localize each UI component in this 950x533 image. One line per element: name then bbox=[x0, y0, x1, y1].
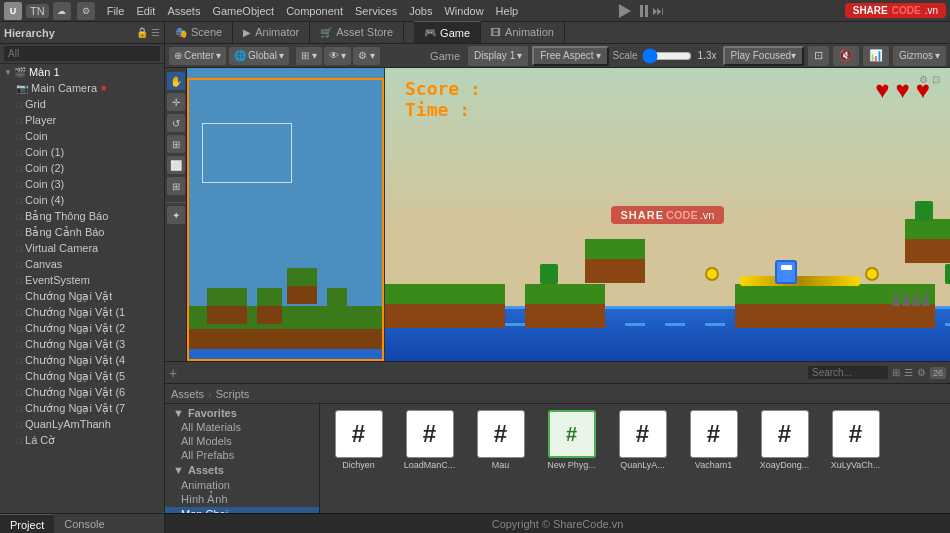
menu-jobs[interactable]: Jobs bbox=[409, 5, 432, 17]
menu-component[interactable]: Component bbox=[286, 5, 343, 17]
scene-view-thumbnail[interactable]: ✋ ✛ ↺ ⊞ ⬜ ⊞ ✦ bbox=[165, 68, 385, 361]
asset-dichyen[interactable]: # Dichyen bbox=[326, 410, 391, 507]
game-view[interactable]: Score : Time : ♥ ♥ ♥ bbox=[385, 68, 950, 361]
add-asset-btn[interactable]: + bbox=[169, 365, 177, 381]
play-button[interactable] bbox=[614, 0, 636, 22]
tab-asset-store[interactable]: 🛒 Asset Store bbox=[310, 21, 404, 43]
asset-loadmanc[interactable]: # LoadManC... bbox=[397, 410, 462, 507]
settings-icon[interactable]: ⚙ bbox=[77, 2, 95, 20]
move-tool[interactable]: ✛ bbox=[167, 93, 185, 111]
menu-services[interactable]: Services bbox=[355, 5, 397, 17]
rect-tool[interactable]: ⬜ bbox=[167, 156, 185, 174]
hierarchy-item-chuong-ngai-vat-5[interactable]: □ Chướng Ngại Vật (5 bbox=[0, 368, 164, 384]
copyright-footer: Copyright © ShareCode.vn bbox=[165, 513, 950, 533]
step-button[interactable]: ⏭ bbox=[652, 4, 664, 18]
hierarchy-item-main-camera[interactable]: 📷 Main Camera ■ bbox=[0, 80, 164, 96]
tab-animation[interactable]: 🎞 Animation bbox=[481, 21, 565, 43]
free-aspect-dropdown[interactable]: Free Aspect ▾ bbox=[532, 46, 608, 66]
sidebar-all-materials[interactable]: All Materials bbox=[165, 420, 319, 434]
hierarchy-menu-icon[interactable]: ☰ bbox=[151, 27, 160, 38]
special-tool[interactable]: ✦ bbox=[167, 206, 185, 224]
hierarchy-item-chuong-ngai-vat-1[interactable]: □ Chướng Ngại Vật (1 bbox=[0, 304, 164, 320]
asset-vacham1[interactable]: # Vacham1 bbox=[681, 410, 746, 507]
menu-file[interactable]: File bbox=[107, 5, 125, 17]
rotate-tool[interactable]: ↺ bbox=[167, 114, 185, 132]
hierarchy-item-coin-2[interactable]: □ Coin (2) bbox=[0, 160, 164, 176]
hierarchy-item-event-system[interactable]: □ EventSystem bbox=[0, 272, 164, 288]
stats-btn[interactable]: 📊 bbox=[863, 46, 889, 66]
maximize-btn[interactable]: ⊡ bbox=[808, 46, 829, 66]
unity-logo-area: U TN ☁ ⚙ bbox=[4, 2, 95, 20]
menu-help[interactable]: Help bbox=[496, 5, 519, 17]
hierarchy-lock-icon[interactable]: 🔒 bbox=[136, 27, 148, 38]
hierarchy-item-la-co[interactable]: □ Lá Cờ bbox=[0, 432, 164, 448]
menu-assets[interactable]: Assets bbox=[167, 5, 200, 17]
hierarchy-item-chuong-ngai-vat-7[interactable]: □ Chướng Ngại Vật (7 bbox=[0, 400, 164, 416]
mute-btn[interactable]: 🔇 bbox=[833, 46, 859, 66]
center-chevron: ▾ bbox=[216, 50, 221, 61]
hierarchy-item-chuong-ngai-vat-6[interactable]: □ Chướng Ngại Vật (6 bbox=[0, 384, 164, 400]
tab-project[interactable]: Project bbox=[0, 514, 54, 533]
hierarchy-item-coin[interactable]: □ Coin bbox=[0, 128, 164, 144]
hierarchy-item-bang-canh-bao[interactable]: □ Bảng Cảnh Báo bbox=[0, 224, 164, 240]
global-dropdown[interactable]: 🌐 Global ▾ bbox=[229, 47, 289, 65]
gizmos-btn[interactable]: Gizmos ▾ bbox=[893, 46, 946, 66]
hand-tool[interactable]: ✋ bbox=[167, 72, 185, 90]
display-dropdown[interactable]: Display 1 ▾ bbox=[468, 46, 528, 66]
sidebar-all-models[interactable]: All Models bbox=[165, 434, 319, 448]
sidebar-animation[interactable]: Animation bbox=[165, 478, 319, 492]
hierarchy-item-chuong-ngai-vat-4[interactable]: □ Chướng Ngại Vật (4 bbox=[0, 352, 164, 368]
cloud-icon[interactable]: ☁ bbox=[53, 2, 71, 20]
scale-slider[interactable] bbox=[642, 50, 692, 62]
tab-console[interactable]: Console bbox=[54, 514, 114, 533]
hierarchy-item-chuong-ngai-vat[interactable]: □ Chướng Ngại Vật bbox=[0, 288, 164, 304]
tab-game[interactable]: 🎮 Game bbox=[414, 21, 481, 43]
hierarchy-item-quan-ly-am-thanh[interactable]: □ QuanLyAmThanh bbox=[0, 416, 164, 432]
gizmo-btn[interactable]: ⚙ ▾ bbox=[353, 47, 380, 65]
hierarchy-scene-root[interactable]: ▼ 🎬 Màn 1 bbox=[0, 64, 164, 80]
scale-tool[interactable]: ⊞ bbox=[167, 135, 185, 153]
hierarchy-search[interactable] bbox=[4, 46, 160, 61]
assets-content: ▼ Favorites All Materials All Models All… bbox=[165, 404, 950, 513]
project-search[interactable] bbox=[808, 366, 888, 379]
sidebar-hinh-anh[interactable]: Hình Ảnh bbox=[165, 492, 319, 507]
asset-xulyvach[interactable]: # XuLyVaCh... bbox=[823, 410, 888, 507]
visibility-btn[interactable]: 👁 ▾ bbox=[324, 47, 352, 65]
hierarchy-item-canvas[interactable]: □ Canvas bbox=[0, 256, 164, 272]
menu-window[interactable]: Window bbox=[444, 5, 483, 17]
breadcrumb-assets[interactable]: Assets bbox=[171, 388, 204, 400]
hierarchy-item-coin-3[interactable]: □ Coin (3) bbox=[0, 176, 164, 192]
hierarchy-item-chuong-ngai-vat-2[interactable]: □ Chướng Ngại Vật (2 bbox=[0, 320, 164, 336]
hierarchy-item-chuong-ngai-vat-3[interactable]: □ Chướng Ngại Vật (3 bbox=[0, 336, 164, 352]
sidebar-favorites[interactable]: ▼ Favorites bbox=[165, 406, 319, 420]
hierarchy-item-coin-1[interactable]: □ Coin (1) bbox=[0, 144, 164, 160]
project-icon-1[interactable]: ⊞ bbox=[892, 367, 900, 378]
grass-1 bbox=[385, 284, 505, 306]
game-view-maximize-icon[interactable]: ⊡ bbox=[932, 74, 940, 85]
breadcrumb-scripts[interactable]: Scripts bbox=[216, 388, 250, 400]
editor-views: ✋ ✛ ↺ ⊞ ⬜ ⊞ ✦ bbox=[165, 68, 950, 361]
asset-mau[interactable]: # Mau bbox=[468, 410, 533, 507]
menu-gameobject[interactable]: GameObject bbox=[212, 5, 274, 17]
play-focused-btn[interactable]: Play Focused ▾ bbox=[723, 46, 805, 66]
pause-button[interactable] bbox=[640, 5, 648, 17]
menu-edit[interactable]: Edit bbox=[136, 5, 155, 17]
tab-scene[interactable]: 🎭 Scene bbox=[165, 21, 233, 43]
hierarchy-item-coin-4[interactable]: □ Coin (4) bbox=[0, 192, 164, 208]
grid-snap-btn[interactable]: ⊞ ▾ bbox=[296, 47, 322, 65]
asset-new-phyg[interactable]: # New Phyg... bbox=[539, 410, 604, 507]
hierarchy-item-grid[interactable]: □ Grid bbox=[0, 96, 164, 112]
tab-animator[interactable]: ▶ Animator bbox=[233, 21, 310, 43]
asset-xoaydong[interactable]: # XoayDong... bbox=[752, 410, 817, 507]
transform-tool[interactable]: ⊞ bbox=[167, 177, 185, 195]
hierarchy-item-player[interactable]: □ Player bbox=[0, 112, 164, 128]
project-icon-3[interactable]: ⚙ bbox=[917, 367, 926, 378]
hierarchy-item-virtual-camera[interactable]: □ Virtual Camera bbox=[0, 240, 164, 256]
sidebar-assets[interactable]: ▼ Assets bbox=[165, 462, 319, 478]
hierarchy-item-bang-thong-bao[interactable]: □ Bảng Thông Báo bbox=[0, 208, 164, 224]
center-dropdown[interactable]: ⊕ Center ▾ bbox=[169, 47, 226, 65]
asset-quanlya[interactable]: # QuanLyA... bbox=[610, 410, 675, 507]
sidebar-all-prefabs[interactable]: All Prefabs bbox=[165, 448, 319, 462]
project-icon-2[interactable]: ☰ bbox=[904, 367, 913, 378]
dirt-2 bbox=[525, 304, 605, 328]
